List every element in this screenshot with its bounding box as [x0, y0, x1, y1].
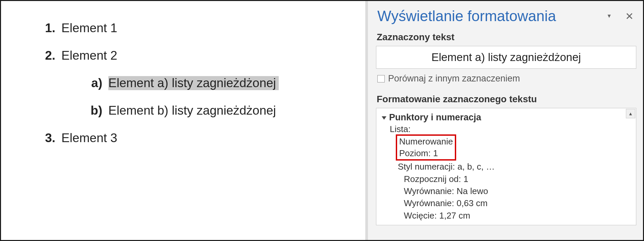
alignment-distance-value: Wyrównanie: 0,63 cm — [404, 197, 631, 209]
collapse-icon[interactable] — [382, 116, 386, 120]
selected-text-box[interactable]: Element a) listy zagnieżdżonej — [376, 46, 636, 69]
pane-title: Wyświetlanie formatowania — [377, 8, 556, 24]
document-editor[interactable]: 1. Element 1 2. Element 2 a) Element a) … — [1, 1, 365, 240]
list-text: Element 1 — [61, 21, 117, 35]
selected-text-label: Zaznaczony tekst — [377, 32, 636, 43]
scroll-up-button[interactable]: ▲ — [626, 109, 635, 118]
reveal-formatting-pane: Wyświetlanie formatowania ▼ ✕ Zaznaczony… — [368, 1, 643, 240]
list-item[interactable]: b) Element b) listy zagnieżdżonej — [88, 104, 352, 118]
compare-checkbox-row[interactable]: Porównaj z innym zaznaczeniem — [377, 73, 636, 84]
compare-checkbox[interactable] — [377, 75, 385, 82]
close-icon[interactable]: ✕ — [625, 10, 634, 22]
list-text: Element 3 — [61, 131, 117, 145]
formatting-tree-box[interactable]: ▲ Punktory i numeracja Lista: Numerowani… — [376, 108, 636, 225]
list-item-selected[interactable]: a) Element a) listy zagnieżdżonej — [88, 76, 352, 90]
list-number: 3. — [41, 131, 61, 145]
indent-value: Wcięcie: 1,27 cm — [404, 209, 631, 222]
list-text: Element a) listy zagnieżdżonej — [108, 76, 279, 90]
numbering-value: Numerowanie — [399, 136, 453, 147]
alignment-side-value: Wyrównanie: Na lewo — [404, 185, 631, 197]
start-at-value: Rozpocznij od: 1 — [404, 173, 631, 185]
number-style-value: Styl numeracji: a, b, c, … — [398, 161, 631, 173]
list-item[interactable]: 3. Element 3 — [41, 131, 352, 145]
list-number: 2. — [41, 49, 61, 63]
formatting-section-label: Formatowanie zaznaczonego tekstu — [377, 94, 636, 105]
pane-menu-icon[interactable]: ▼ — [606, 13, 612, 19]
list-item[interactable]: 2. Element 2 — [41, 49, 352, 63]
level-value: Poziom: 1 — [399, 147, 453, 159]
compare-checkbox-label: Porównaj z innym zaznaczeniem — [388, 73, 520, 84]
list-text: Element 2 — [61, 49, 117, 63]
pane-divider — [365, 1, 368, 240]
list-number: b) — [88, 104, 108, 118]
bullets-heading[interactable]: Punktory i numeracja — [382, 112, 631, 123]
list-item[interactable]: 1. Element 1 — [41, 21, 352, 35]
list-number: a) — [88, 76, 108, 90]
list-number: 1. — [41, 21, 61, 35]
numbering-level-highlight: Numerowanie Poziom: 1 — [396, 134, 456, 161]
list-text: Element b) listy zagnieżdżonej — [108, 104, 276, 118]
lista-label: Lista: — [390, 124, 631, 134]
